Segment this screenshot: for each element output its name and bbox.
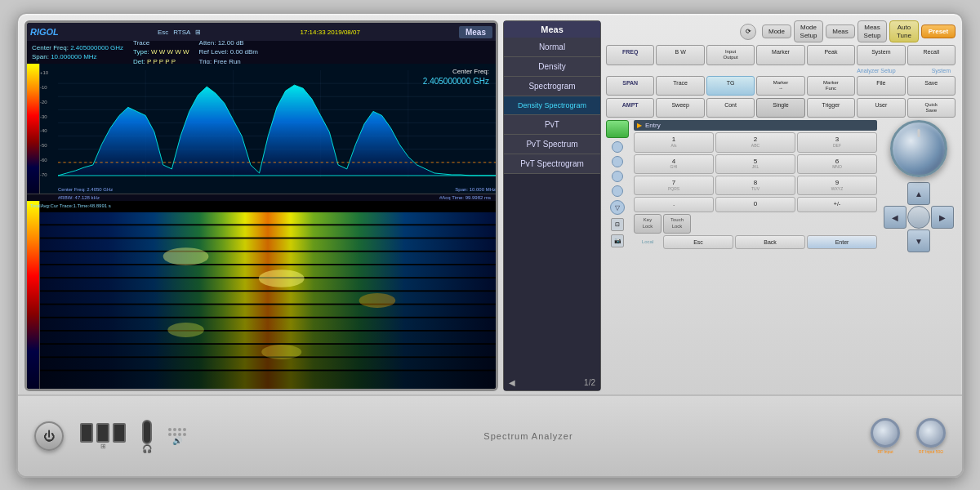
num-btn-4[interactable]: 4GHI	[634, 154, 714, 174]
num-btn-0[interactable]: 0	[715, 197, 795, 212]
num-btn-plusminus[interactable]: +/-	[797, 197, 877, 212]
trigger-btn[interactable]: Trigger	[807, 98, 855, 118]
usb-ports	[80, 423, 126, 443]
freq-btn[interactable]: FREQ	[606, 45, 654, 65]
nav-right-btn[interactable]: ▶	[931, 206, 954, 229]
user-btn[interactable]: User	[857, 98, 905, 118]
quick-save-btn[interactable]: QuickSave	[907, 98, 956, 118]
screen-btn[interactable]: ⊡	[611, 218, 624, 231]
screen-area: RIGOL Esc RTSA ⊞ 17:14:33 2019/08/07 Mea…	[24, 20, 498, 391]
rf-connector-2-label: RF Input 50Ω	[916, 449, 946, 455]
system-label: System	[932, 68, 954, 74]
meas-btn-density[interactable]: Density	[504, 57, 600, 77]
sweep-btn[interactable]: Sweep	[656, 98, 704, 118]
svg-rect-18	[40, 292, 496, 303]
rf-connector-1-label: RF Input	[871, 449, 900, 455]
num-btn-1[interactable]: 1A/s	[634, 132, 714, 152]
num-btn-8[interactable]: 8TUV	[715, 176, 795, 195]
meas-btn-top[interactable]: Meas	[826, 24, 855, 39]
touch-lock-btn[interactable]: TouchLock	[663, 214, 691, 234]
meas-btn-spectrogram[interactable]: Spectrogram	[504, 77, 600, 96]
speaker-dot-7	[178, 433, 181, 436]
usb-port-1[interactable]	[80, 423, 93, 443]
system-btn[interactable]: System	[857, 45, 905, 65]
waterfall-view: TotalAvg:Cur Trace:1.Time:48.8991 s	[27, 201, 496, 389]
small-round-btn-2[interactable]	[612, 156, 623, 167]
local-label: Local	[634, 239, 662, 244]
svg-rect-24	[40, 371, 496, 389]
bw-btn[interactable]: B W	[656, 45, 704, 65]
rf-connector-2[interactable]	[916, 418, 946, 448]
speaker-dot-6	[173, 433, 176, 436]
nav-left-btn[interactable]: ◀	[884, 206, 906, 229]
num-btn-6[interactable]: 6MNO	[797, 154, 877, 174]
ampt-btn[interactable]: AMPT	[606, 98, 654, 118]
svg-point-27	[359, 293, 396, 308]
meas-btn-pvt[interactable]: PvT	[504, 115, 600, 135]
rf-connector-1-group: RF Input	[871, 418, 900, 455]
cont-btn[interactable]: Cont	[706, 98, 755, 118]
marker-arrow-btn[interactable]: Marker→	[756, 76, 804, 96]
scroll-btn[interactable]: ⟳	[740, 24, 756, 40]
screen-header: RIGOL Esc RTSA ⊞ 17:14:33 2019/08/07 Mea…	[27, 23, 496, 41]
auto-tune-btn[interactable]: AutoTune	[889, 20, 919, 42]
small-round-btn-1[interactable]	[612, 141, 623, 153]
num-btn-7[interactable]: 7PQRS	[634, 176, 714, 195]
preset-btn[interactable]: Preset	[921, 24, 956, 39]
key-lock-btn[interactable]: KeyLock	[634, 214, 662, 234]
meas-btn-pvt-spectrum[interactable]: PvT Spectrum	[504, 135, 600, 154]
rf-connector-1[interactable]	[871, 418, 900, 448]
green-button[interactable]	[606, 120, 629, 138]
num-btn-5[interactable]: 5JKL	[715, 154, 795, 174]
save-btn[interactable]: Save	[907, 76, 956, 96]
camera-btn[interactable]: 📷	[611, 234, 624, 247]
power-btn[interactable]: ⏻	[34, 421, 64, 451]
tg-btn[interactable]: TG	[706, 76, 755, 96]
back-btn[interactable]: Back	[735, 235, 805, 250]
num-btn-2[interactable]: 2ABC	[715, 132, 795, 152]
nav-up-btn[interactable]: ▲	[907, 182, 930, 205]
func-row-1: FREQ B W InputOutput Marker Peak System …	[606, 45, 956, 65]
usb-port-2[interactable]	[96, 423, 109, 443]
peak-btn[interactable]: Peak	[807, 45, 855, 65]
right-panel: ⟳ Mode ModeSetup Meas MeasSetup AutoTune…	[606, 20, 956, 391]
marker-btn[interactable]: Marker	[756, 45, 804, 65]
speaker-dot-5	[168, 433, 172, 436]
trace-btn[interactable]: Trace	[656, 76, 704, 96]
meas-setup-btn[interactable]: MeasSetup	[858, 20, 887, 42]
meas-btn-pvt-spectrogram[interactable]: PvT Spectrogram	[504, 154, 600, 174]
nav-down-btn[interactable]: ▼	[907, 229, 930, 252]
svg-rect-23	[40, 358, 496, 369]
svg-rect-19	[40, 305, 496, 316]
small-round-btn-3[interactable]	[612, 171, 623, 182]
keypad-area: ▽ ⊡ 📷 ▶ Entry 1A/s 2ABC 3DEF 4GHI	[606, 120, 956, 391]
scroll-down-btn[interactable]: ▽	[610, 200, 625, 215]
num-btn-dot[interactable]: .	[634, 197, 714, 212]
num-btn-9[interactable]: 9WXYZ	[797, 176, 877, 195]
meas-btn-normal[interactable]: Normal	[504, 38, 600, 57]
stats-bar: #RBW: 47.128 kHz #Acq Time: 99.9982 ms	[27, 194, 496, 201]
single-btn[interactable]: Single	[756, 98, 804, 118]
span-btn[interactable]: SPAN	[606, 76, 654, 96]
meas-btn-density-spectrogram[interactable]: Density Spectrogram	[504, 96, 600, 115]
audio-group: 🎧	[142, 420, 152, 453]
enter-btn[interactable]: Enter	[807, 235, 877, 250]
marker-func-btn[interactable]: MarkerFunc	[807, 76, 855, 96]
main-knob[interactable]	[890, 120, 947, 177]
screen-time: 17:14:33 2019/08/07	[300, 29, 359, 36]
mode-setup-btn[interactable]: ModeSetup	[794, 20, 823, 42]
file-btn[interactable]: File	[857, 76, 905, 96]
recall-btn[interactable]: Recall	[907, 45, 956, 65]
input-output-btn[interactable]: InputOutput	[706, 45, 755, 65]
audio-jack[interactable]	[142, 420, 152, 444]
small-round-btn-4[interactable]	[612, 185, 623, 197]
usb-port-3[interactable]	[113, 423, 126, 443]
meas-nav-prev[interactable]: ◀	[509, 378, 515, 387]
meas-nav: ◀ 1/2	[504, 375, 600, 390]
entry-section: ▶ Entry 1A/s 2ABC 3DEF 4GHI 5JKL 6MNO 7P…	[634, 120, 877, 391]
mode-btn[interactable]: Mode	[762, 24, 791, 39]
meas-tab[interactable]: Meas	[459, 26, 492, 38]
esc-btn[interactable]: Esc	[663, 235, 733, 250]
num-btn-3[interactable]: 3DEF	[797, 132, 877, 152]
nav-center-btn[interactable]	[907, 206, 930, 229]
